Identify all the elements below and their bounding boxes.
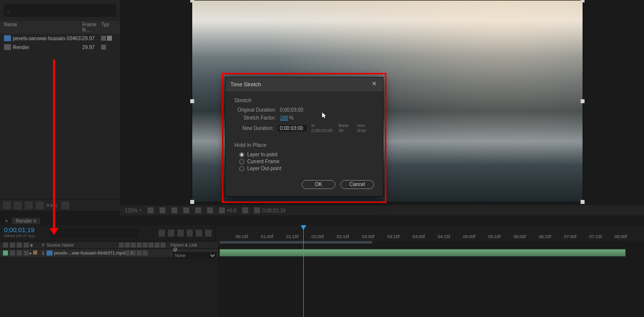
transform-handle[interactable] [190,99,194,103]
layer-parent[interactable]: @ None [173,247,220,259]
ruler-tick: 00:15f [235,234,248,239]
new-comp-icon[interactable] [25,201,33,209]
ok-button[interactable]: OK [302,180,335,189]
layer-label-icon[interactable] [33,251,37,254]
transform-handle[interactable] [190,0,194,2]
new-duration-input[interactable] [278,125,307,131]
project-item-framerate: 29.97 [82,45,101,50]
layer-audio-icon[interactable] [10,251,15,255]
timeline-search [50,225,159,241]
grid-icon[interactable] [160,207,165,213]
3dlayer-icon[interactable] [161,243,165,248]
timecode-display[interactable]: 0;00;01;19 [4,226,46,234]
motion-blur-icon[interactable] [187,230,193,237]
duration-meta-is: is 0;00;03;00 [312,123,336,133]
layer-shy-icon[interactable] [125,251,130,255]
twirl-icon[interactable]: ▸ [30,251,32,255]
ruler-tick: 05:00f [463,234,475,239]
radio-layer-in[interactable]: Layer In-point [239,152,374,157]
adjust-icon[interactable] [155,243,160,248]
playhead[interactable] [303,225,304,317]
label-column-icon[interactable]: ◈ [30,243,40,248]
frameblend-icon[interactable] [143,243,148,248]
fx-icon[interactable] [137,243,142,248]
collapse-icon[interactable] [125,243,130,248]
project-panel: ⌕ Name Frame R... Typ pexels-sarowar-hus… [0,0,120,211]
close-tab-icon[interactable]: × [3,218,10,224]
moblur-icon[interactable] [149,243,154,248]
bpc-label[interactable]: 8 bpc [47,203,57,208]
pickwhip-icon[interactable]: @ [173,247,178,252]
exposure-value[interactable]: +0.0 [219,207,237,213]
work-area-bar[interactable] [219,241,372,244]
transform-handle[interactable] [581,200,585,204]
comp-mini-flowchart-icon[interactable] [159,230,165,237]
quality-icon[interactable] [131,243,136,248]
project-footer: 8 bpc [0,199,120,211]
time-icon [254,207,260,213]
zoom-level[interactable]: 125%▾ [125,208,142,213]
project-settings-icon[interactable] [36,201,44,209]
ruler-tick: 08:00f [614,234,627,239]
eye-column-icon[interactable] [3,243,8,248]
layer-visible-icon[interactable] [3,251,8,255]
draft3d-icon[interactable] [168,230,174,237]
layer-fx-icon[interactable] [137,251,142,255]
col-framerate[interactable]: Frame R... [82,22,101,33]
duration-meta-drop: non-drop [357,123,374,133]
audio-column-icon[interactable] [10,243,15,248]
snap-icon[interactable] [205,230,212,237]
timeline-tab[interactable]: Render ≡ [12,218,40,224]
cancel-button[interactable]: Cancel [340,180,374,189]
radio-layer-out[interactable]: Layer Out-point [239,166,374,171]
new-folder-icon[interactable] [14,201,22,209]
shy-icon[interactable] [119,243,124,248]
duration-meta-base: Base 30 [339,123,354,133]
transform-handle[interactable] [190,200,194,204]
parent-dropdown[interactable]: None [173,252,216,259]
original-duration-label: Original Duration: [234,107,280,113]
stretch-factor-input[interactable]: 100 [280,115,288,121]
3d-icon[interactable] [207,207,213,213]
transform-handle[interactable] [581,0,585,2]
radio-current-frame[interactable]: Current Frame [239,159,374,164]
col-source-name[interactable]: Source Name [47,243,119,248]
graph-editor-icon[interactable] [196,230,202,237]
roi-icon[interactable] [183,207,189,213]
solo-column-icon[interactable] [17,243,22,248]
layer-quality-icon[interactable]: / [131,251,136,255]
dialog-titlebar[interactable]: Time Stretch ✕ [225,77,383,91]
lock-column-icon[interactable] [24,243,29,248]
snapshot-icon[interactable] [242,207,248,213]
time-ruler[interactable]: 00:15f01:00f01:15f02:00f02:15f03:00f03:1… [215,225,644,241]
timeline-toolbar [159,225,215,241]
time-stretch-dialog: Time Stretch ✕ Stretch Original Duration… [225,77,383,196]
ruler-tick: 01:15f [286,234,298,239]
layer-solo-icon[interactable] [17,251,22,255]
layer-clip-bar[interactable] [219,249,626,256]
current-time[interactable]: 0;00;01;19 00049 (29.97 fps) [0,225,50,241]
project-column-header: Name Frame R... Typ [0,21,120,34]
col-type[interactable]: Typ [101,22,116,33]
layer-lock-icon[interactable] [24,251,29,255]
resolution-icon[interactable] [148,207,154,213]
frame-blend-icon[interactable] [177,230,184,237]
timeline-track-area[interactable] [218,241,644,317]
trash-icon[interactable] [61,201,69,209]
new-duration-label: New Duration: [234,126,278,131]
project-item-name: Render [13,45,82,50]
transform-handle[interactable] [581,99,585,103]
project-row[interactable]: pexels-sarowar-hussain-5946371.mp4 29.97 [0,34,120,43]
ruler-tick: 05:15f [488,234,500,239]
transparency-icon[interactable] [195,207,201,213]
project-search-input[interactable]: ⌕ [4,4,116,17]
interpret-footage-icon[interactable] [3,201,11,209]
close-icon[interactable]: ✕ [370,80,378,88]
preview-timecode[interactable]: 0;00;01;19 [254,207,285,213]
project-row[interactable]: Render 29.97 [0,43,120,52]
col-name[interactable]: Name [4,22,82,33]
mask-icon[interactable] [171,207,177,213]
layer-search-input[interactable] [50,229,139,238]
annotation-arrow-head [50,228,58,235]
layer-name[interactable]: pexels-...war-hussain-5946371.mp4 [54,251,125,255]
